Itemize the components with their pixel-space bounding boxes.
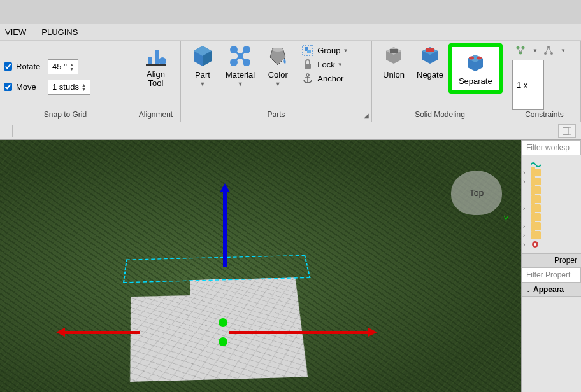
svg-rect-1 [155,50,159,65]
explorer-filter-input[interactable]: Filter worksp [522,140,581,155]
lock-button[interactable]: Lock▼ [299,57,350,71]
rotate-input[interactable]: 45 ° ▲▼ [48,59,78,74]
material-button[interactable]: Material▼ [220,43,260,88]
group-button[interactable]: Group▼ [299,43,350,57]
gizmo-y-axis[interactable] [223,191,227,267]
gizmo-x-axis-left[interactable] [64,331,140,334]
group-icon [302,45,313,56]
dropdown-arrow-icon: ▼ [275,81,281,87]
align-tool-button[interactable]: Align Tool [135,43,176,90]
svg-point-14 [272,48,283,52]
union-icon [382,45,405,67]
snap-group-label: Snap to Grid [4,110,127,120]
svg-point-45 [534,243,536,246]
tree-row[interactable]: › [523,230,580,239]
negate-button[interactable]: Negate [412,43,448,81]
gizmo-z-handle[interactable] [219,337,227,346]
rotate-spinner[interactable]: ▲▼ [69,62,74,71]
menu-view[interactable]: VIEW [5,27,26,37]
anchor-icon [302,73,313,84]
separate-button[interactable]: Separate [452,47,499,90]
view-cube[interactable]: Top [451,171,502,215]
constraint-create-button[interactable]: ▼ [512,43,540,57]
gear-icon [531,240,540,249]
negate-icon [419,45,441,67]
svg-line-41 [549,47,552,53]
title-bar [0,0,581,24]
menu-plugins[interactable]: PLUGINS [41,27,78,37]
constraint-nodes-icon [515,45,526,56]
material-icon [229,45,252,67]
constraint-tree-icon [543,45,554,56]
svg-rect-43 [563,127,568,135]
dropdown-arrow-icon: ▼ [200,81,206,87]
folder-icon [531,231,541,239]
move-label: Move [16,82,48,92]
svg-rect-17 [307,50,311,53]
part-button[interactable]: Part▼ [185,43,220,88]
explorer-tree[interactable]: › › › › › › [522,155,581,253]
viewport-3d[interactable]: Top Y [0,140,521,392]
constraints-group-label: Constraints [512,110,577,120]
tab-stub[interactable] [3,125,13,137]
move-spinner[interactable]: ▲▼ [82,83,86,92]
ribbon-group-snap: Rotate 45 ° ▲▼ Move 1 studs ▲▼ Snap to G… [0,41,131,122]
explorer-panel: Filter worksp › › › › › › Proper Filter … [521,140,581,392]
svg-point-19 [306,74,309,76]
align-icon [145,45,168,67]
parts-group-label: Parts [185,110,368,120]
scale-input[interactable]: 1 x [512,60,544,110]
svg-rect-0 [148,57,152,65]
lock-icon [302,59,313,70]
solid-group-label: Solid Modeling [376,110,504,120]
rotate-checkbox[interactable] [4,62,12,71]
part-cube-icon [191,45,214,67]
ribbon-group-alignment: Align Tool Alignment [131,41,181,122]
svg-point-30 [469,57,474,60]
svg-point-2 [159,57,166,65]
gizmo-x-axis-right[interactable] [229,331,369,334]
selection-outline [123,255,311,283]
svg-rect-27 [426,48,434,52]
svg-point-31 [477,57,482,60]
svg-line-40 [545,47,549,53]
document-tab-strip [0,122,581,140]
appearance-section[interactable]: ⌄Appeara [522,283,581,297]
dropdown-arrow-icon: ▼ [238,81,243,87]
tree-row-service[interactable]: › [523,239,580,249]
move-input[interactable]: 1 studs ▲▼ [48,80,90,95]
color-bucket-icon [266,45,289,67]
move-checkbox[interactable] [4,83,12,91]
separate-icon [464,51,487,74]
ribbon: Rotate 45 ° ▲▼ Move 1 studs ▲▼ Snap to G… [0,41,581,122]
view-axis-label: Y [504,215,508,223]
svg-rect-42 [563,127,571,135]
alignment-group-label: Alignment [135,110,176,120]
ribbon-group-parts: Part▼ Material▼ Color▼ Group▼ [181,41,372,122]
properties-header[interactable]: Proper [522,253,581,267]
separate-highlight: Separate [448,43,503,94]
svg-rect-18 [305,64,311,69]
menu-bar: VIEW PLUGINS [0,24,581,41]
ribbon-group-solid: Union Negate Separate Solid Modeling [372,41,508,122]
anchor-button[interactable]: Anchor [299,71,350,85]
svg-marker-24 [390,49,398,53]
ribbon-group-constraints: ▼ ▼ 1 x Constraints [508,41,581,122]
gizmo-center[interactable] [219,318,227,327]
rotate-label: Rotate [16,62,48,71]
union-button[interactable]: Union [376,43,412,81]
viewport-layout-button[interactable] [558,124,576,138]
color-button[interactable]: Color▼ [260,43,296,88]
properties-filter-input[interactable]: Filter Propert [522,267,581,283]
constraint-details-button[interactable]: ▼ [540,43,568,57]
parts-dialog-launcher[interactable]: ◢ [364,112,369,119]
